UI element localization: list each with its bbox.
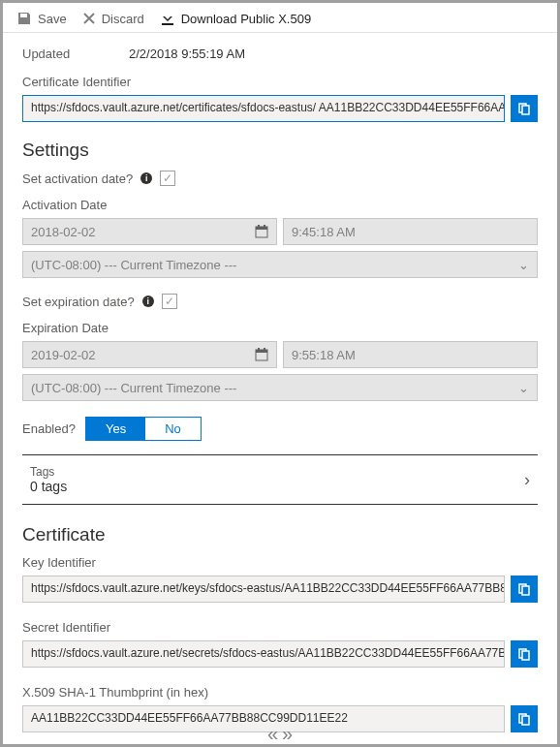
scroll-nav: « » [267,724,293,743]
updated-label: Updated [22,47,129,61]
copy-icon [517,582,531,596]
chevron-right-icon: › [524,470,530,490]
save-button[interactable]: Save [16,11,67,26]
enabled-no[interactable]: No [145,418,201,440]
enabled-row: Enabled? Yes No [22,417,538,441]
cert-id-label: Certificate Identifier [22,75,538,89]
calendar-icon [255,348,268,361]
discard-label: Discard [102,12,144,26]
svg-rect-15 [522,716,529,725]
enabled-toggle: Yes No [85,417,202,441]
expiration-date-value: 2019-02-02 [31,348,96,362]
activation-date-row: 2018-02-02 9:45:18 AM [22,218,538,245]
activation-date-label: Activation Date [22,198,538,212]
set-expiration-label: Set expiration date? [22,295,135,309]
calendar-icon [255,225,268,238]
copy-button[interactable] [511,705,538,732]
tags-count: 0 tags [30,479,67,494]
set-activation-label: Set activation date? [22,171,133,186]
info-icon[interactable]: i [140,172,152,184]
updated-row: Updated 2/2/2018 9:55:19 AM [22,47,538,61]
activation-date-value: 2018-02-02 [31,225,96,239]
set-activation-row: Set activation date? i ✓ [22,171,538,186]
svg-rect-7 [256,350,267,353]
close-icon [82,12,96,25]
chevron-down-icon: ⌄ [518,381,529,395]
updated-value: 2/2/2018 9:55:19 AM [129,47,245,61]
download-icon [160,11,175,26]
activation-time-value: 9:45:18 AM [292,225,356,239]
svg-rect-5 [264,225,265,228]
save-icon [16,11,32,26]
content: Updated 2/2/2018 9:55:19 AM Certificate … [3,33,557,746]
copy-icon [517,712,531,726]
key-id-row: https://sfdocs.vault.azure.net/keys/sfdo… [22,576,538,603]
svg-rect-9 [264,348,265,351]
enabled-label: Enabled? [22,421,76,436]
expiration-time-value: 9:55:18 AM [292,348,356,362]
expiration-checkbox[interactable]: ✓ [162,294,177,309]
expiration-time-input[interactable]: 9:55:18 AM [283,341,538,368]
download-button[interactable]: Download Public X.509 [160,11,311,26]
scroll-right-icon[interactable]: » [282,724,293,743]
scroll-left-icon[interactable]: « [267,724,278,743]
copy-icon [517,102,531,115]
certificate-heading: Certificate [22,524,538,545]
svg-rect-3 [256,227,267,230]
copy-button[interactable] [511,95,538,122]
cert-id-row: https://sfdocs.vault.azure.net/certifica… [22,95,538,122]
key-id-input[interactable]: https://sfdocs.vault.azure.net/keys/sfdo… [22,576,505,603]
tags-text: Tags 0 tags [30,465,67,494]
discard-button[interactable]: Discard [82,12,144,26]
set-expiration-row: Set expiration date? i ✓ [22,294,538,309]
expiration-date-row: 2019-02-02 9:55:18 AM [22,341,538,368]
secret-id-input[interactable]: https://sfdocs.vault.azure.net/secrets/s… [22,640,505,668]
activation-timezone-value: (UTC-08:00) --- Current Timezone --- [31,258,236,272]
thumbprint-input[interactable]: AA11BB22CC33DD44EE55FF66AA77BB88CC99DD11… [22,705,505,732]
chevron-down-icon: ⌄ [518,258,529,272]
svg-rect-11 [522,586,529,595]
enabled-yes[interactable]: Yes [86,418,145,440]
copy-button[interactable] [511,640,538,668]
activation-checkbox[interactable]: ✓ [160,171,175,186]
copy-icon [517,647,531,661]
secret-id-label: Secret Identifier [22,620,538,635]
expiration-date-label: Expiration Date [22,321,538,335]
settings-heading: Settings [22,140,538,161]
thumbprint-label: X.509 SHA-1 Thumbprint (in hex) [22,685,538,700]
expiration-timezone-value: (UTC-08:00) --- Current Timezone --- [31,381,236,395]
svg-rect-1 [522,106,529,114]
tags-block[interactable]: Tags 0 tags › [22,454,538,505]
activation-date-input[interactable]: 2018-02-02 [22,218,277,245]
activation-timezone-select[interactable]: (UTC-08:00) --- Current Timezone --- ⌄ [22,251,538,278]
cert-id-input[interactable]: https://sfdocs.vault.azure.net/certifica… [22,95,505,122]
svg-rect-4 [258,225,260,228]
save-label: Save [38,12,67,26]
download-label: Download Public X.509 [181,12,311,26]
activation-time-input[interactable]: 9:45:18 AM [283,218,538,245]
key-id-label: Key Identifier [22,555,538,570]
tags-label: Tags [30,465,67,479]
copy-button[interactable] [511,576,538,603]
svg-rect-13 [522,651,529,660]
toolbar: Save Discard Download Public X.509 [3,3,557,33]
info-icon[interactable]: i [142,296,154,307]
secret-id-row: https://sfdocs.vault.azure.net/secrets/s… [22,640,538,668]
expiration-date-input[interactable]: 2019-02-02 [22,341,277,368]
expiration-timezone-select[interactable]: (UTC-08:00) --- Current Timezone --- ⌄ [22,374,538,401]
svg-rect-8 [258,348,260,351]
